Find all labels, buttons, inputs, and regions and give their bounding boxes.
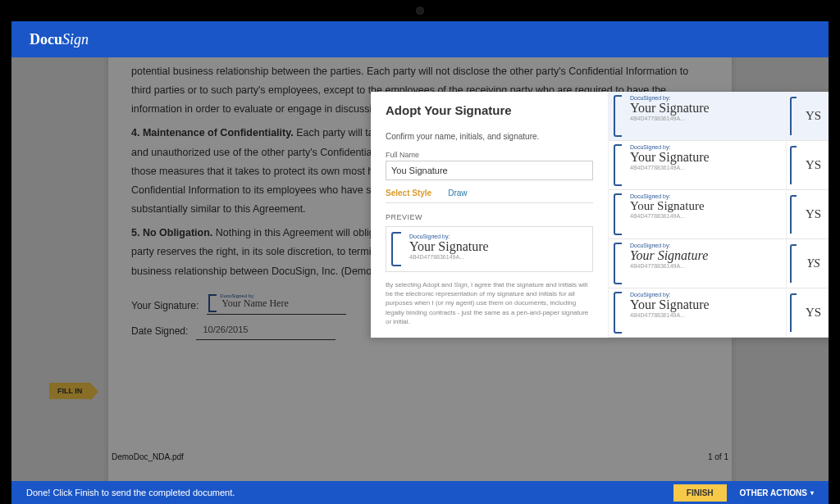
modal-subtitle: Confirm your name, initials, and signatu…	[386, 132, 593, 141]
signature-option[interactable]: DocuSigned by: Your Signature 4B4D477883…	[609, 92, 829, 141]
section-heading: 5. No Obligation.	[131, 227, 212, 238]
page-footer: DemoDoc_NDA.pdf 1 of 1	[108, 452, 732, 461]
chevron-down-icon: ▾	[810, 489, 814, 497]
stamp-label: DocuSigned by:	[630, 193, 781, 199]
status-message: Done! Click Finish to send the completed…	[26, 488, 235, 497]
modal-left-pane: Adopt Your Signature Confirm your name, …	[371, 92, 609, 338]
stamp-hash: 4B4D4778836149A...	[630, 263, 781, 269]
signature-bracket-icon	[614, 292, 622, 334]
stamp-label: DocuSigned by:	[630, 243, 781, 248]
signature-bracket-icon	[614, 243, 622, 284]
stamp-hash: 4B4D4778836149A...	[409, 254, 584, 260]
signature-placeholder: Your Name Here	[221, 294, 288, 312]
signature-tabs: Select Style Draw	[386, 188, 593, 203]
stamp-signature: Your Signature	[630, 248, 781, 263]
stamp-hash: 4B4D4778836149A...	[630, 213, 781, 219]
stamp-signature: Your Signature	[630, 297, 781, 312]
stamp-hash: 4B4D4778836149A...	[630, 165, 781, 170]
signature-bracket-icon	[614, 193, 622, 235]
stamp-signature: Your Signature	[630, 101, 781, 116]
document-filename: DemoDoc_NDA.pdf	[112, 452, 184, 461]
brand-script: Sign	[62, 31, 89, 48]
brand-bar: DocuSign	[11, 21, 829, 57]
section-heading: 4. Maintenance of Confidentiality.	[131, 127, 294, 138]
signature-bracket-icon	[614, 95, 622, 137]
initials-preview: DS YS	[786, 288, 829, 337]
tab-draw[interactable]: Draw	[448, 188, 467, 198]
full-name-input[interactable]	[386, 161, 593, 180]
initials-bracket-icon	[790, 195, 797, 234]
stamp-signature: Your Signature	[630, 150, 781, 165]
modal-title: Adopt Your Signature	[386, 103, 593, 117]
initials-text: YS	[806, 207, 821, 221]
initials-preview: DS YS	[786, 92, 829, 140]
initials-text: YS	[806, 158, 821, 172]
stamp-hash: 4B4D4778836149A...	[630, 312, 781, 318]
initials-bracket-icon	[790, 244, 797, 283]
page-indicator: 1 of 1	[708, 452, 728, 461]
stamp-label: DocuSigned by:	[630, 144, 781, 150]
other-actions-button[interactable]: OTHER ACTIONS ▾	[740, 488, 814, 497]
stamp-label: DocuSigned by:	[409, 234, 584, 239]
initials-bracket-icon	[790, 97, 797, 135]
signature-preview: DocuSigned by: Your Signature 4B4D477883…	[386, 226, 593, 272]
signature-options-list: DocuSigned by: Your Signature 4B4D477883…	[609, 92, 829, 338]
initials-preview: DS YS	[786, 190, 829, 238]
date-label: Date Signed:	[131, 322, 188, 340]
stamp-hash: 4B4D4778836149A...	[630, 116, 781, 121]
app-screen: DocuSign FILL IN potential business rela…	[11, 21, 829, 504]
initials-text: YS	[806, 306, 821, 320]
bottom-bar: Done! Click Finish to send the completed…	[11, 481, 829, 504]
signature-option[interactable]: DocuSigned by: Your Signature 4B4D477883…	[609, 141, 829, 190]
signature-label: Your Signature:	[131, 297, 199, 315]
initials-preview: DS YS	[786, 141, 829, 189]
initials-text: YS	[807, 257, 820, 270]
signature-option[interactable]: DocuSigned by: Your Signature 4B4D477883…	[609, 190, 829, 239]
signature-bracket-icon	[391, 232, 401, 266]
full-name-label: Full Name	[386, 151, 593, 159]
finish-button[interactable]: FINISH	[673, 484, 727, 502]
camera-icon	[416, 7, 424, 15]
other-actions-label: OTHER ACTIONS	[740, 488, 807, 497]
initials-text: YS	[806, 109, 821, 123]
initials-bracket-icon	[790, 293, 797, 332]
monitor-bezel: DocuSign FILL IN potential business rela…	[0, 0, 840, 504]
stamp-label: DocuSigned by:	[630, 95, 781, 101]
stamp-signature: Your Signature	[409, 239, 584, 254]
initials-preview: DS YS	[786, 239, 829, 288]
preview-label: PREVIEW	[386, 213, 593, 221]
stamp-label: DocuSigned by:	[630, 292, 781, 297]
initials-bracket-icon	[790, 146, 797, 184]
brand-logo: DocuSign	[30, 31, 89, 48]
signature-option[interactable]: DocuSigned by: Your Signature 4B4D477883…	[609, 239, 829, 288]
signature-bracket-icon	[208, 296, 217, 312]
brand-prefix: Docu	[30, 31, 62, 48]
signature-option[interactable]: DocuSigned by: Your Signature 4B4D477883…	[609, 288, 829, 338]
stamp-signature: Your Signature	[630, 199, 781, 213]
legal-disclaimer: By selecting Adopt and Sign, I agree tha…	[386, 280, 593, 326]
adopt-signature-modal: Adopt Your Signature Confirm your name, …	[371, 92, 829, 338]
signature-bracket-icon	[614, 144, 622, 186]
signature-field[interactable]: DocuSigned by: Your Name Here	[207, 314, 346, 315]
fill-in-tag[interactable]: FILL IN	[49, 383, 90, 399]
tab-select-style[interactable]: Select Style	[386, 188, 431, 198]
date-field[interactable]: 10/26/2015	[196, 321, 336, 340]
